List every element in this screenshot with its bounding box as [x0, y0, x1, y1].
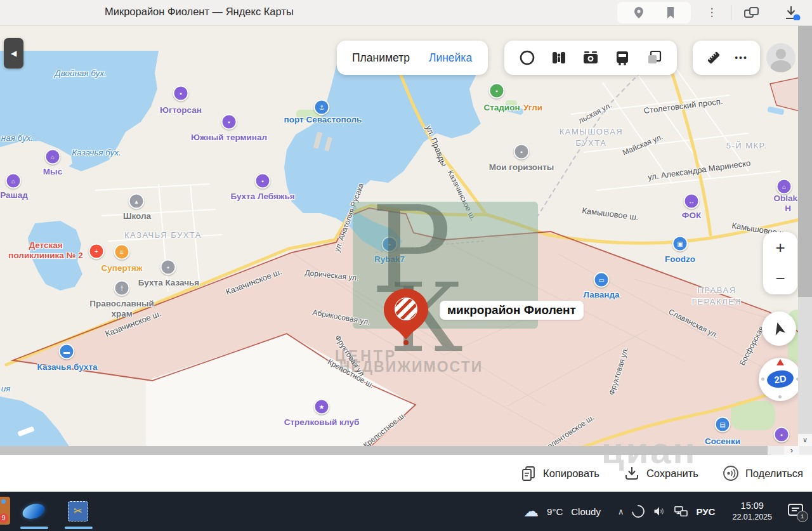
poi-label: Бухта Лебяжья: [230, 192, 294, 202]
browser-title-bar: Микрорайон Фиолент — Яндекс Карты ⋮: [0, 0, 812, 26]
map-canvas[interactable]: Казачинское ш.ул. Анатолия Русака▪Rybak7…: [0, 25, 812, 446]
panorama-icon[interactable]: [550, 49, 568, 67]
download-icon[interactable]: [783, 5, 801, 20]
yandex-browser-icon: [20, 501, 46, 521]
district-label: КАМЫШОВАЯ БУХТА: [560, 126, 623, 148]
scroll-right-button[interactable]: ›: [784, 446, 799, 455]
map-poi-dot-icon[interactable]: ▪: [160, 259, 176, 275]
notification-center[interactable]: 1: [787, 502, 806, 521]
mode-2d-label[interactable]: 2D: [766, 369, 794, 390]
share-icon: [723, 465, 739, 482]
poi-label: Югторсан: [160, 105, 202, 115]
map-poi-dot-icon[interactable]: ▪: [489, 83, 505, 99]
pin-anchor-dot: [403, 340, 409, 345]
tab-ruler[interactable]: Линейка: [429, 51, 472, 65]
poi-label: Мыс: [43, 167, 62, 177]
map-poi-bed-icon[interactable]: ⌂: [776, 179, 792, 195]
poi-label: Стадион: [483, 103, 520, 113]
location-pin-icon[interactable]: [631, 5, 646, 20]
map-poi-cart-icon[interactable]: ▣: [672, 236, 688, 252]
road-label: Абрикосовая ул.: [312, 308, 371, 327]
road-label: Фиолентовское ш.: [537, 413, 596, 446]
map-poi-anchor-icon[interactable]: ⚓: [314, 100, 330, 115]
poi-label: Foodzo: [665, 254, 695, 265]
tab-group-icon[interactable]: [743, 5, 760, 20]
road-label: Казачинское ш.: [104, 308, 162, 338]
map-poi-church-icon[interactable]: †: [114, 280, 130, 296]
clock[interactable]: 15:09 22.01.2025: [732, 500, 772, 522]
map-poi-brief-icon[interactable]: ▪: [774, 427, 790, 443]
windows-taskbar: 9 ✂ ☁ 9°C Cloudy ∧ РУС 15:09 22.01.2025 …: [0, 492, 812, 531]
map-poi-basket-icon[interactable]: ▤: [715, 417, 731, 433]
zoom-controls: + −: [763, 232, 797, 294]
map-poi-burger-icon[interactable]: ≡: [114, 244, 130, 260]
road-label: Дорическая ул.: [304, 268, 359, 283]
poi-label: порт Севастополь: [284, 115, 362, 125]
compass-dot: [778, 395, 782, 398]
map-poi-school-icon[interactable]: ▴: [129, 193, 145, 209]
area-loop-icon[interactable]: [518, 49, 536, 67]
snipping-tool-icon: ✂: [68, 501, 88, 521]
camera-icon[interactable]: [582, 49, 599, 67]
road-label: Славянская ул.: [667, 307, 720, 339]
more-dots[interactable]: •••: [735, 53, 748, 63]
notification-badge: 1: [797, 511, 808, 522]
map-poi-med-icon[interactable]: +: [89, 244, 105, 259]
compass-2d-button[interactable]: 2D: [759, 358, 802, 401]
map-poi-brief-icon[interactable]: ▪: [173, 86, 189, 102]
map-poi-bus-icon[interactable]: ▭: [594, 272, 610, 288]
horizontal-scrollbar[interactable]: [0, 446, 812, 455]
bus-icon[interactable]: [613, 49, 631, 67]
water-label: ия: [1, 384, 11, 393]
map-labels-layer: ул. ПравдыКазачинское ш.Казачинское ш.Ст…: [0, 25, 812, 446]
share-button[interactable]: Поделиться: [723, 465, 803, 482]
map-poi-trophy-icon[interactable]: ★: [314, 399, 330, 415]
layers-icon[interactable]: [645, 49, 663, 67]
map-poi-arrows-icon[interactable]: ↔: [684, 193, 700, 209]
poi-label: Бухта Казачья: [138, 278, 199, 288]
copy-icon: [520, 465, 537, 482]
back-button[interactable]: ◀: [4, 38, 23, 69]
poi-label: Православный храм: [89, 299, 154, 318]
bookmark-icon[interactable]: [663, 5, 678, 20]
network-icon[interactable]: [674, 505, 688, 518]
zoom-out-button[interactable]: −: [763, 263, 797, 294]
map-poi-bed-icon[interactable]: ⌂: [45, 149, 61, 165]
taskbar-snipping-tool[interactable]: ✂: [63, 497, 93, 525]
weather-clo ud-icon[interactable]: ☁: [523, 502, 539, 520]
poi-label: Школа: [123, 211, 151, 221]
scroll-down-button[interactable]: ∨: [798, 434, 812, 446]
map-poi-bed-icon[interactable]: ⌂: [6, 173, 22, 189]
geolocation-button[interactable]: [762, 311, 796, 346]
poi-label: Мои горизонты: [489, 162, 554, 173]
pinned-app-partial[interactable]: 9: [0, 497, 10, 525]
temperature[interactable]: 9°C: [547, 506, 563, 517]
language-indicator[interactable]: РУС: [696, 506, 715, 517]
weather-condition[interactable]: Cloudy: [571, 506, 601, 517]
road-label: льская ул.: [577, 100, 613, 125]
tab-planimeter[interactable]: Планиметр: [352, 51, 410, 65]
place-label[interactable]: микрорайон Фиолент: [440, 301, 584, 320]
vertical-scrollbar-thumb[interactable]: [798, 25, 812, 297]
tray-browser-icon[interactable]: [629, 502, 647, 520]
zoom-in-button[interactable]: +: [763, 232, 797, 263]
map-poi-brief-icon[interactable]: ▪: [221, 114, 237, 130]
road-label: Столетовский просп.: [643, 96, 723, 115]
volume-icon[interactable]: [653, 505, 665, 518]
vertical-scrollbar[interactable]: [798, 25, 812, 434]
map-poi-brief-icon[interactable]: ▪: [255, 173, 271, 189]
taskbar-yandex-browser[interactable]: [19, 497, 48, 525]
copy-button[interactable]: Копировать: [520, 465, 599, 482]
ruler-icon[interactable]: [705, 49, 723, 67]
poi-label: Детская поликлиника № 2: [8, 240, 83, 260]
map-poi-car-icon[interactable]: ▬: [59, 344, 75, 360]
avatar[interactable]: [766, 43, 796, 72]
map-poi-dot-icon[interactable]: ▪: [514, 144, 530, 160]
date: 22.01.2025: [732, 512, 772, 522]
map-pin[interactable]: [384, 289, 428, 341]
tray-expand-chevron[interactable]: ∧: [618, 507, 624, 516]
horizontal-scrollbar-thumb[interactable]: [0, 446, 768, 455]
poi-label: Стрелковый клуб: [284, 417, 360, 428]
menu-kebab-icon[interactable]: ⋮: [704, 5, 719, 20]
road-label: Фруктовая ул.: [607, 346, 630, 397]
